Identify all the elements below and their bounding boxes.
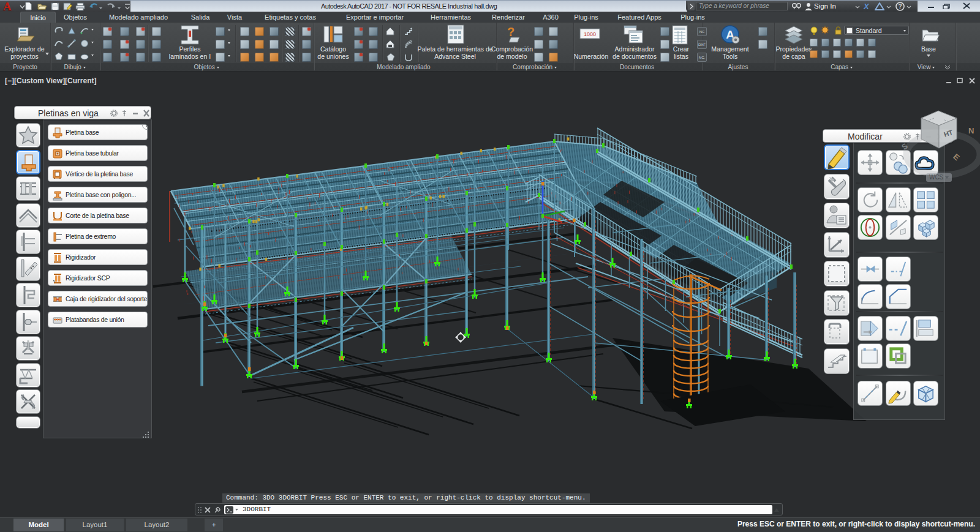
svg-text:E: E <box>951 152 962 162</box>
svg-text:1000: 1000 <box>584 31 596 37</box>
svg-text:?: ? <box>507 25 514 39</box>
svg-text:N: N <box>968 126 974 135</box>
svg-text:?: ? <box>898 3 902 10</box>
